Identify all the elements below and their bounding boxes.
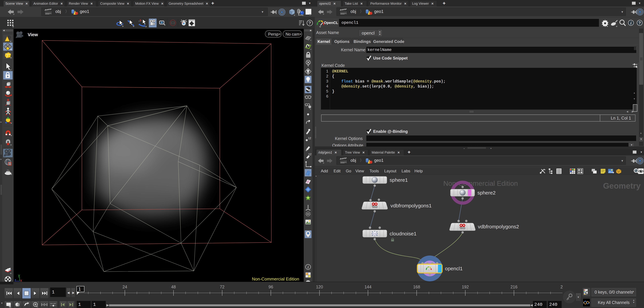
svg-text:x: x: [20, 278, 22, 282]
svg-text:View: View: [28, 32, 38, 37]
svg-text:24: 24: [122, 285, 127, 289]
svg-text:opencl1: opencl1: [445, 266, 462, 271]
svg-text:i: i: [630, 21, 632, 25]
svg-text:y: y: [18, 273, 20, 278]
svg-text:12: 12: [308, 153, 312, 156]
svg-text:Persp: Persp: [268, 32, 279, 36]
svg-text:i: i: [308, 265, 309, 269]
svg-text:2: 2: [560, 285, 563, 289]
svg-text:Non-Commercial Edition: Non-Commercial Edition: [252, 277, 299, 282]
svg-text:96: 96: [268, 285, 273, 289]
svg-text:22x: 22x: [6, 169, 10, 171]
svg-text:216: 216: [510, 285, 518, 289]
svg-text:?: ?: [638, 21, 641, 25]
svg-text:?: ?: [308, 20, 311, 25]
svg-text:No cam: No cam: [286, 32, 300, 36]
svg-text:VDB: VDB: [372, 205, 377, 208]
svg-text:sphere2: sphere2: [478, 190, 496, 196]
svg-text:cloudnoise1: cloudnoise1: [390, 231, 416, 236]
svg-text:72: 72: [220, 285, 224, 289]
svg-text:z: z: [14, 278, 16, 282]
svg-text:Geometry: Geometry: [603, 181, 641, 190]
svg-text:12: 12: [308, 137, 311, 140]
svg-text:120: 120: [316, 285, 323, 289]
svg-text:vdbfrompolygons2: vdbfrompolygons2: [478, 224, 519, 229]
svg-text:48: 48: [171, 285, 176, 289]
svg-text:sphere1: sphere1: [390, 177, 408, 183]
svg-text:vdbfrompolygons1: vdbfrompolygons1: [390, 203, 432, 208]
svg-text:192: 192: [462, 285, 469, 289]
svg-text:VDB: VDB: [460, 227, 465, 229]
svg-text:168: 168: [413, 285, 420, 289]
svg-text:144: 144: [364, 285, 372, 289]
